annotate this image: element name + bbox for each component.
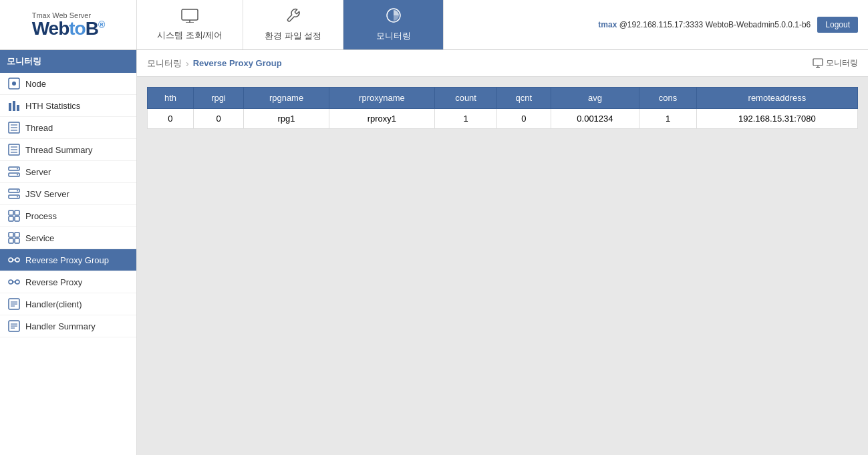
- breadcrumb-parent[interactable]: 모니터링: [147, 57, 182, 69]
- nav-tabs: 시스템 조회/제어 환경 파일 설정 모니터링: [137, 0, 588, 49]
- cell-rpgname: rpg1: [244, 109, 329, 129]
- process-icon: [8, 210, 20, 222]
- svg-rect-29: [9, 233, 13, 237]
- sidebar-item-handler-summary-label: Handler Summary: [25, 321, 96, 331]
- sidebar-section-title: 모니터링: [0, 50, 136, 73]
- header: Tmax Web Server WebtoB® 시스템 조회/제어 환경 파일 …: [0, 0, 868, 50]
- svg-point-33: [9, 258, 13, 262]
- svg-point-34: [15, 258, 19, 262]
- cell-count: 1: [434, 109, 496, 129]
- col-avg: avg: [551, 88, 639, 109]
- version-info: WebtoB-Webadmin5.0.0.1-b6: [706, 20, 811, 29]
- tab-monitor[interactable]: 모니터링: [343, 0, 444, 49]
- wrench-icon: [285, 7, 301, 27]
- col-qcnt: qcnt: [497, 88, 551, 109]
- handler-client-icon: [8, 298, 20, 310]
- breadcrumb-separator: ›: [186, 58, 189, 69]
- cell-hth: 0: [148, 109, 194, 129]
- svg-rect-31: [9, 239, 13, 243]
- main-layout: 모니터링 Node HTH Statistics Thread Thread S…: [0, 50, 868, 455]
- logo: Tmax Web Server WebtoB®: [32, 12, 105, 38]
- cell-rpgi: 0: [193, 109, 243, 129]
- col-count: count: [434, 88, 496, 109]
- sidebar-item-jsv-server-label: JSV Server: [25, 189, 69, 199]
- sidebar-item-server[interactable]: Server: [0, 161, 136, 183]
- jsv-server-icon: [8, 188, 20, 200]
- server-icon: [8, 166, 20, 178]
- sidebar-item-handler-client-label: Handler(client): [25, 299, 82, 309]
- tab-system-label: 시스템 조회/제어: [157, 29, 223, 41]
- svg-point-23: [17, 190, 18, 192]
- sidebar-item-hth-label: HTH Statistics: [25, 101, 80, 111]
- sidebar-item-reverse-proxy-group[interactable]: Reverse Proxy Group: [0, 249, 136, 271]
- data-table: hth rpgi rpgname rproxyname count qcnt a…: [147, 87, 858, 129]
- handler-summary-icon: [8, 320, 20, 332]
- breadcrumb-current: Reverse Proxy Group: [193, 58, 282, 68]
- col-rpgi: rpgi: [193, 88, 243, 109]
- col-rproxyname: rproxyname: [329, 88, 434, 109]
- cell-cons: 1: [639, 109, 697, 129]
- sidebar-item-server-label: Server: [25, 167, 51, 177]
- breadcrumb-monitor-label: 모니터링: [826, 57, 858, 69]
- breadcrumb-monitor-link[interactable]: 모니터링: [813, 57, 858, 69]
- thread-summary-icon: [8, 144, 20, 156]
- tab-system[interactable]: 시스템 조회/제어: [137, 0, 243, 49]
- sidebar-item-node-label: Node: [25, 79, 46, 89]
- thread-icon: [8, 122, 20, 134]
- svg-rect-32: [15, 239, 19, 243]
- cell-qcnt: 0: [497, 109, 551, 129]
- tab-env[interactable]: 환경 파일 설정: [243, 0, 343, 49]
- svg-rect-26: [15, 210, 19, 215]
- monitor-icon: [180, 8, 199, 27]
- svg-point-24: [17, 196, 18, 198]
- svg-rect-28: [15, 216, 19, 221]
- reverse-proxy-icon: [8, 276, 20, 288]
- tab-monitor-label: 모니터링: [376, 30, 411, 42]
- cell-remoteaddress: 192.168.15.31:7080: [696, 109, 857, 129]
- sidebar-item-process[interactable]: Process: [0, 205, 136, 227]
- sidebar-item-thread[interactable]: Thread: [0, 117, 136, 139]
- svg-rect-0: [182, 9, 198, 20]
- tab-env-label: 환경 파일 설정: [265, 30, 321, 42]
- table-area: hth rpgi rpgname rproxyname count qcnt a…: [137, 77, 868, 139]
- svg-rect-25: [9, 210, 13, 215]
- sidebar-item-thread-label: Thread: [25, 123, 53, 133]
- logo-area: Tmax Web Server WebtoB®: [0, 0, 137, 49]
- sidebar-item-process-label: Process: [25, 211, 57, 221]
- svg-rect-7: [13, 101, 15, 111]
- reverse-proxy-group-icon: [8, 254, 20, 266]
- username: tmax: [598, 20, 617, 29]
- node-icon: [8, 78, 20, 90]
- sidebar-item-hth-statistics[interactable]: HTH Statistics: [0, 95, 136, 117]
- svg-rect-27: [9, 216, 13, 221]
- monitor-small-icon: [813, 58, 823, 69]
- sidebar-item-service[interactable]: Service: [0, 227, 136, 249]
- svg-point-37: [15, 280, 19, 284]
- logo-webtob: WebtoB®: [32, 19, 105, 38]
- logout-button[interactable]: Logout: [817, 17, 858, 33]
- cell-avg: 0.001234: [551, 109, 639, 129]
- cell-rproxyname: rproxy1: [329, 109, 434, 129]
- sidebar-item-node[interactable]: Node: [0, 73, 136, 95]
- header-right: tmax @192.168.115.17:3333 WebtoB-Webadmi…: [588, 0, 868, 49]
- col-hth: hth: [148, 88, 194, 109]
- col-cons: cons: [639, 88, 697, 109]
- sidebar-item-thread-summary[interactable]: Thread Summary: [0, 139, 136, 161]
- svg-point-20: [17, 174, 18, 176]
- table-body: 00rpg1rproxy1100.0012341192.168.15.31:70…: [148, 109, 858, 129]
- sidebar-item-jsv-server[interactable]: JSV Server: [0, 183, 136, 205]
- user-info: tmax @192.168.115.17:3333 WebtoB-Webadmi…: [598, 20, 811, 29]
- sidebar-item-reverse-proxy-group-label: Reverse Proxy Group: [25, 255, 109, 265]
- col-rpgname: rpgname: [244, 88, 329, 109]
- server-address: @192.168.115.17:3333: [619, 20, 704, 29]
- chart-icon: [386, 7, 402, 27]
- svg-point-5: [12, 82, 16, 86]
- sidebar-item-handler-client[interactable]: Handler(client): [0, 293, 136, 315]
- col-remoteaddress: remoteaddress: [696, 88, 857, 109]
- sidebar-item-handler-summary[interactable]: Handler Summary: [0, 315, 136, 337]
- sidebar-item-reverse-proxy[interactable]: Reverse Proxy: [0, 271, 136, 293]
- svg-point-19: [17, 168, 18, 170]
- breadcrumb: 모니터링 › Reverse Proxy Group 모니터링: [137, 50, 868, 77]
- table-row[interactable]: 00rpg1rproxy1100.0012341192.168.15.31:70…: [148, 109, 858, 129]
- svg-rect-47: [813, 59, 823, 65]
